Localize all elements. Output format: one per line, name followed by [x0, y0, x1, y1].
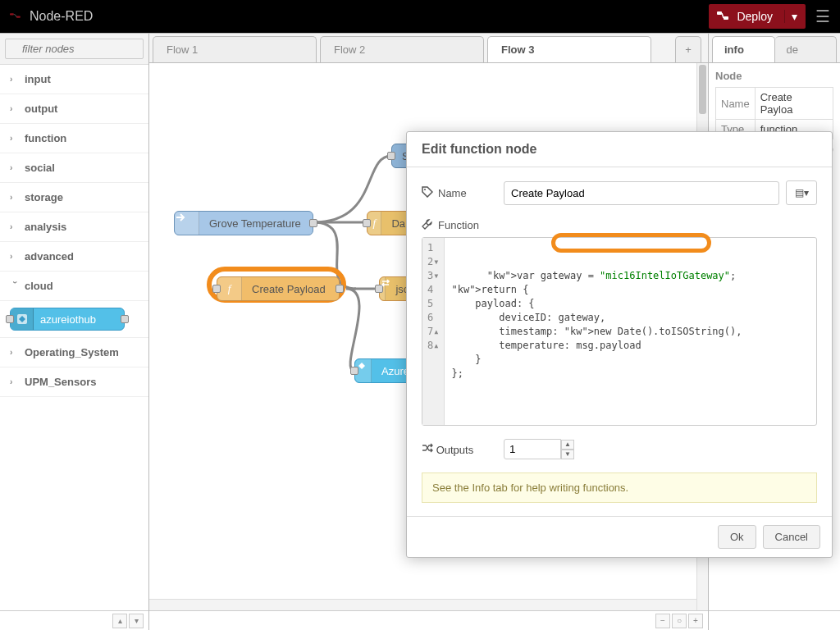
chevron-right-icon: › [10, 252, 20, 261]
zoom-in-button[interactable]: + [688, 614, 703, 628]
canvas-scrollbar-h[interactable] [149, 599, 696, 610]
palette-category-analysis[interactable]: ›analysis [0, 212, 148, 242]
svg-rect-3 [724, 16, 728, 20]
input-port [212, 285, 221, 293]
palette-category-cloud[interactable]: ›cloud [0, 272, 148, 301]
azure-icon [11, 308, 34, 330]
palette-footer: ▴ ▾ [0, 610, 148, 630]
azure-icon [355, 359, 372, 382]
outputs-input[interactable] [504, 439, 561, 459]
outputs-spinner: ▲ ▼ [561, 440, 574, 459]
palette-category-upm[interactable]: ›UPM_Sensors [0, 368, 148, 397]
hamburger-menu-icon[interactable]: ☰ [815, 7, 830, 26]
palette-category-storage[interactable]: ›storage [0, 183, 148, 212]
palette-node-label: azureiothub [34, 313, 96, 326]
app-header: Node-RED Deploy ▾ ☰ [0, 0, 840, 33]
dialog-footer: Ok Cancel [407, 516, 832, 557]
arrow-in-icon [175, 212, 199, 235]
cancel-button[interactable]: Cancel [763, 525, 820, 549]
gateway-highlight [551, 233, 711, 253]
chevron-right-icon: › [10, 134, 20, 143]
outputs-label: Outputs [422, 442, 504, 456]
code-content[interactable]: "kw">var gateway = "mic16IntelIoTGateway… [445, 238, 816, 425]
sidebar-tabs: info de [709, 34, 840, 63]
edit-function-dialog: Edit function node Name ▤ ▾ Function [406, 131, 833, 558]
app-title: Node-RED [30, 9, 93, 24]
svg-rect-2 [717, 11, 722, 15]
sidebar-footer [709, 610, 840, 630]
output-port [336, 285, 344, 293]
svg-point-5 [424, 189, 426, 190]
node-red-logo-icon [10, 10, 23, 23]
palette-category-advanced[interactable]: ›advanced [0, 242, 148, 272]
svg-rect-0 [10, 13, 14, 15]
shuffle-icon [422, 444, 436, 456]
chevron-right-icon: › [10, 348, 20, 357]
chevron-right-icon: › [10, 75, 20, 84]
svg-rect-1 [16, 16, 21, 17]
output-port [309, 219, 317, 227]
tag-icon [422, 186, 433, 200]
palette-category-os[interactable]: ›Operating_System [0, 338, 148, 368]
function-code-editor[interactable]: 1 2▾3▾4 5 6 7▴8▴ "kw">var gateway = "mic… [422, 237, 817, 426]
chevron-right-icon: › [10, 222, 20, 231]
tab-flow-1[interactable]: Flow 1 [153, 36, 317, 62]
canvas-footer: − ○ + [149, 610, 708, 630]
palette-category-output[interactable]: ›output [0, 94, 148, 124]
sidebar-tab-info[interactable]: info [712, 36, 775, 62]
deploy-button[interactable]: Deploy ▾ [709, 4, 806, 29]
spinner-down-button[interactable]: ▼ [561, 450, 574, 459]
name-label: Name [422, 186, 504, 200]
function-label: Function [422, 218, 504, 232]
deploy-label: Deploy [737, 10, 773, 23]
sidebar-tab-debug[interactable]: de [775, 36, 838, 62]
dialog-title: Edit function node [407, 132, 832, 167]
chevron-right-icon: › [10, 193, 20, 202]
tab-flow-3[interactable]: Flow 3 [487, 36, 651, 62]
info-name-value: Create Payloa [755, 88, 833, 120]
bookmark-button[interactable]: ▤ ▾ [786, 180, 817, 205]
help-hint: See the Info tab for help writing functi… [422, 472, 817, 503]
book-icon: ▤ [795, 187, 804, 199]
code-gutter: 1 2▾3▾4 5 6 7▴8▴ [422, 238, 445, 425]
zoom-reset-button[interactable]: ○ [672, 614, 687, 628]
output-port [121, 315, 129, 323]
filter-wrap [0, 34, 148, 65]
spinner-up-button[interactable]: ▲ [561, 440, 574, 450]
zoom-out-button[interactable]: − [655, 614, 670, 628]
collapse-all-button[interactable]: ▴ [112, 614, 127, 628]
deploy-icon [717, 10, 730, 24]
tab-flow-2[interactable]: Flow 2 [320, 36, 484, 62]
palette-category-social[interactable]: ›social [0, 153, 148, 183]
node-create-payload[interactable]: f Create Payload [217, 276, 340, 301]
input-port [387, 152, 395, 160]
input-port [363, 219, 371, 227]
palette-category-function[interactable]: ›function [0, 124, 148, 153]
node-label: Grove Temperature [199, 217, 311, 230]
filter-nodes-input[interactable] [5, 39, 144, 59]
add-flow-button[interactable]: + [675, 36, 701, 62]
sidebar-section-title: Node [715, 70, 833, 82]
info-name-label: Name [716, 88, 756, 120]
function-icon: f [217, 277, 242, 300]
node-label: Create Payload [242, 283, 336, 295]
expand-all-button[interactable]: ▾ [129, 614, 144, 628]
input-port [6, 315, 14, 323]
chevron-down-icon: › [11, 281, 20, 291]
ok-button[interactable]: Ok [718, 525, 756, 549]
palette-node-azureiothub[interactable]: azureiothub [10, 308, 125, 331]
palette-category-input[interactable]: ›input [0, 65, 148, 94]
flow-tabs: Flow 1 Flow 2 Flow 3 + [149, 34, 708, 63]
wrench-icon [422, 218, 433, 232]
palette-panel: ›input ›output ›function ›social ›storag… [0, 34, 149, 630]
name-input[interactable] [504, 181, 779, 205]
chevron-right-icon: › [10, 377, 20, 386]
node-grove-temperature[interactable]: Grove Temperature [174, 211, 313, 235]
app-logo: Node-RED [10, 9, 93, 24]
palette-cloud-expanded: azureiothub [0, 301, 148, 338]
deploy-caret-icon[interactable]: ▾ [784, 10, 797, 23]
chevron-right-icon: › [10, 163, 20, 172]
chevron-right-icon: › [10, 104, 20, 113]
